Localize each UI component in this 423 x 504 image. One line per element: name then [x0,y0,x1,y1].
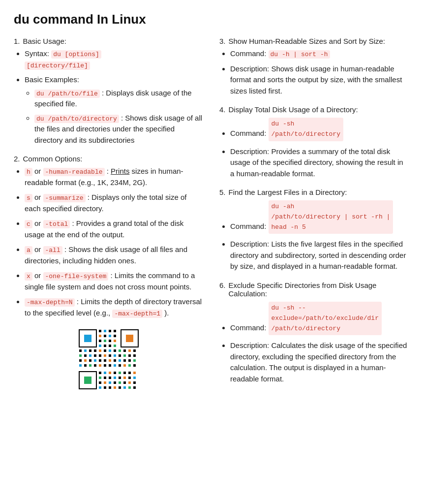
list-item: s or -summarize : Displays only the tota… [25,192,204,214]
svg-rect-79 [123,372,126,374]
section-6: 6. Exclude Specific Directories from Dis… [219,281,409,384]
svg-rect-89 [133,377,136,379]
svg-rect-10 [99,330,101,332]
section-2: 2. Common Options: h or -human-readable … [14,155,204,318]
code-maxdepth-example: -max-depth=1 [112,310,162,318]
left-column: 1. Basic Usage: Syntax: du [options] [di… [14,37,204,393]
svg-rect-80 [128,372,131,374]
svg-rect-14 [99,335,101,337]
svg-rect-45 [114,354,116,357]
svg-rect-59 [123,359,126,362]
svg-rect-104 [128,386,131,389]
svg-rect-77 [114,372,116,374]
svg-rect-12 [109,330,111,332]
list-item: a or -all : Shows the disk usage of all … [25,244,204,266]
code-c-long: -total [43,220,70,228]
svg-rect-84 [109,377,111,379]
code-x-short: x [25,272,32,281]
basic-examples-label: Basic Examples: [25,75,79,84]
section-heading: Show Human-Readable Sizes and Sort by Si… [229,37,386,45]
svg-rect-21 [114,340,116,342]
svg-rect-35 [123,349,126,352]
code-dir: du /path/to/directory [34,115,119,123]
svg-rect-6 [126,335,133,342]
svg-rect-97 [133,381,136,384]
svg-rect-55 [104,359,106,362]
svg-rect-23 [104,345,106,347]
list-item: Command: du -sh/path/to/directory [230,117,409,142]
svg-rect-29 [94,349,96,352]
svg-rect-71 [123,364,126,367]
svg-rect-31 [104,349,106,352]
section-num: 4. [219,105,226,114]
section-heading: Display Total Disk Usage of a Directory: [229,105,358,114]
svg-rect-17 [114,335,116,337]
svg-rect-48 [128,354,131,357]
svg-rect-13 [114,330,116,332]
svg-rect-50 [79,359,82,362]
svg-rect-96 [128,381,131,384]
svg-rect-39 [84,354,87,357]
code-a-long: -all [43,246,62,254]
list-item: Description: Provides a summary of the t… [230,146,409,180]
svg-rect-3 [84,335,91,342]
code-file: du /path/to/file [34,90,100,98]
option-or: or [34,193,43,201]
svg-rect-43 [104,354,106,357]
svg-rect-54 [99,359,101,362]
list-item: c or -total : Provides a grand total of … [25,218,204,240]
right-column: 3. Show Human-Readable Sizes and Sort by… [219,37,409,393]
svg-rect-67 [104,364,106,367]
list-item: Description: Calculates the disk usage o… [230,340,409,384]
code-command-3: du -h | sort -h [269,50,330,59]
svg-rect-52 [89,359,91,362]
section-heading: Basic Usage: [23,37,66,45]
svg-rect-16 [109,335,111,337]
svg-rect-101 [114,386,116,389]
list-item: du /path/to/file : Displays disk usage o… [34,88,204,110]
svg-rect-60 [128,359,131,362]
svg-rect-36 [128,349,131,352]
svg-rect-74 [99,372,101,374]
section-num: 5. [219,188,226,196]
svg-rect-92 [109,381,111,384]
option-or: or [34,245,43,253]
section-heading: Find the Largest Files in a Directory: [229,188,347,196]
page-title: du command In Linux [14,12,409,27]
svg-rect-25 [114,345,116,347]
command-label: Command: [230,323,269,332]
svg-rect-19 [104,340,106,342]
code-a-short: a [25,246,32,254]
qr-code-container [14,327,204,391]
section-4: 4. Display Total Disk Usage of a Directo… [219,105,409,179]
syntax-label: Syntax: [25,49,51,58]
svg-rect-95 [123,381,126,384]
list-item: -max-depth=N : Limits the depth of direc… [25,296,204,318]
command-label: Command: [230,222,269,230]
command-label: Command: [230,49,269,58]
svg-rect-20 [109,340,111,342]
list-item: Basic Examples: du /path/to/file : Displ… [25,74,204,146]
svg-rect-24 [109,345,111,347]
svg-rect-72 [128,364,131,367]
qr-code [77,327,141,391]
svg-rect-65 [94,364,96,367]
svg-rect-93 [114,381,116,384]
svg-rect-100 [109,386,111,389]
svg-rect-44 [109,354,111,357]
section-num: 2. [14,155,20,163]
section-5: 5. Find the Largest Files in a Directory… [219,188,409,272]
code-command-4: du -sh/path/to/directory [269,118,343,141]
section-3: 3. Show Human-Readable Sizes and Sort by… [219,37,409,96]
svg-rect-68 [109,364,111,367]
code-x-long: -one-file-system [43,272,109,281]
svg-rect-87 [123,377,126,379]
list-item: Command: du -sh --exclude=/path/to/exclu… [230,301,409,336]
svg-rect-58 [119,359,121,362]
code-s-long: -summarize [43,194,86,202]
svg-rect-26 [79,349,82,352]
svg-rect-66 [99,364,101,367]
code-s-short: s [25,194,32,202]
section-num: 3. [219,37,226,45]
svg-rect-27 [84,349,87,352]
